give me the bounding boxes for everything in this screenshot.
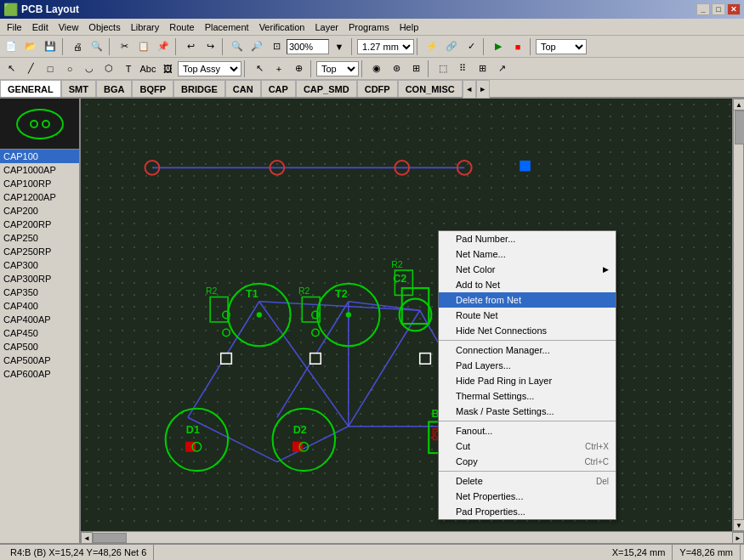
circle-btn[interactable]: ○: [60, 59, 79, 78]
print-btn[interactable]: 🖨: [68, 37, 87, 56]
comp-item-cap500[interactable]: CAP500: [0, 340, 79, 354]
ctx-item-pad-number---[interactable]: Pad Number...: [439, 231, 616, 246]
arc-btn[interactable]: ◡: [80, 59, 99, 78]
new-btn[interactable]: 📄: [2, 37, 20, 56]
zoom-in-btn[interactable]: 🔍: [228, 37, 247, 56]
comp-tab-smt[interactable]: SMT: [61, 80, 96, 97]
ctx-item-hide-net-connections[interactable]: Hide Net Connections: [439, 323, 616, 338]
comp-misc-btn[interactable]: ⊞: [473, 59, 491, 78]
cut-btn[interactable]: ✂: [115, 37, 133, 56]
scroll-track-h[interactable]: [93, 532, 732, 543]
zoom-dropdown[interactable]: ▼: [330, 37, 349, 56]
menu-item-verification[interactable]: Verification: [254, 20, 310, 34]
comp-item-cap350[interactable]: CAP350: [0, 286, 79, 299]
scroll-right-btn[interactable]: ►: [732, 532, 744, 544]
ctx-item-net-name---[interactable]: Net Name...: [439, 246, 616, 262]
pad-btn[interactable]: ⊕: [289, 59, 308, 78]
comp-item-cap300[interactable]: CAP300: [0, 258, 79, 272]
text-btn[interactable]: T: [119, 59, 138, 78]
scroll-thumb-h[interactable]: [93, 533, 127, 543]
poly-btn[interactable]: ⬡: [99, 59, 118, 78]
place-btn[interactable]: +: [270, 59, 288, 78]
comp-tab-cap_smd[interactable]: CAP_SMD: [296, 80, 357, 97]
ctx-item-pad-layers---[interactable]: Pad Layers...: [439, 358, 616, 373]
comp-tab-bqfp[interactable]: BQFP: [132, 80, 173, 97]
comp-item-cap100rp[interactable]: CAP100RP: [0, 177, 79, 190]
stop-btn[interactable]: ■: [508, 37, 527, 56]
zoom-fit-btn[interactable]: ⊡: [267, 37, 286, 56]
menu-item-layer[interactable]: Layer: [310, 20, 344, 34]
scroll-down-btn[interactable]: ▼: [733, 519, 744, 531]
menu-item-view[interactable]: View: [54, 20, 84, 34]
vertical-scrollbar[interactable]: ▲ ▼: [732, 99, 744, 531]
menu-item-edit[interactable]: Edit: [27, 20, 54, 34]
grid-select[interactable]: 1.27 mm: [357, 39, 414, 54]
layer-vis-btn[interactable]: ◉: [367, 59, 386, 78]
search-btn[interactable]: 🔍: [88, 37, 106, 56]
tab-scroll-left[interactable]: ◄: [463, 80, 476, 99]
maximize-button[interactable]: □: [712, 3, 725, 15]
layer-select-top[interactable]: Top: [536, 39, 587, 54]
ctx-item-delete[interactable]: DeleteDel: [439, 473, 616, 489]
net-btn[interactable]: 🔗: [442, 37, 461, 56]
comp-tab-general[interactable]: GENERAL: [0, 80, 61, 97]
img-btn[interactable]: 🖼: [158, 59, 177, 78]
redo-btn[interactable]: ↪: [201, 37, 219, 56]
layer-cfg-btn[interactable]: ⊞: [406, 59, 425, 78]
comp-tab-bridge[interactable]: BRIDGE: [173, 80, 225, 97]
run-btn[interactable]: ▶: [489, 37, 508, 56]
comp-item-cap300rp[interactable]: CAP300RP: [0, 272, 79, 286]
menu-item-placement[interactable]: Placement: [200, 20, 254, 34]
abc-btn[interactable]: Abc: [139, 59, 157, 78]
rect-btn[interactable]: □: [41, 59, 60, 78]
ctx-item-cut[interactable]: CutCtrl+X: [439, 438, 616, 454]
ctx-item-thermal-settings---[interactable]: Thermal Settings...: [439, 388, 616, 404]
close-button[interactable]: ✕: [727, 3, 741, 15]
comp-item-cap250[interactable]: CAP250: [0, 231, 79, 245]
comp-item-cap250rp[interactable]: CAP250RP: [0, 245, 79, 258]
comp-item-cap500ap[interactable]: CAP500AP: [0, 354, 79, 367]
zoom-out-btn[interactable]: 🔎: [247, 37, 266, 56]
ctx-item-mask---paste-settings---[interactable]: Mask / Paste Settings...: [439, 404, 616, 419]
route-btn[interactable]: ⚡: [423, 37, 441, 56]
ctx-item-hide-pad-ring-in-layer[interactable]: Hide Pad Ring in Layer: [439, 373, 616, 388]
ctx-item-delete-from-net[interactable]: Delete from Net: [439, 292, 616, 308]
pcb-canvas[interactable]: T1 T2 C2 C1 R2: [81, 99, 732, 531]
menu-item-help[interactable]: Help: [395, 20, 424, 34]
comp-place-btn[interactable]: ⬚: [434, 59, 452, 78]
scroll-thumb-v[interactable]: [735, 110, 744, 144]
comp-export-btn[interactable]: ↗: [492, 59, 511, 78]
copy-btn[interactable]: 📋: [134, 37, 153, 56]
comp-item-cap450[interactable]: CAP450: [0, 326, 79, 340]
comp-tab-cdfp[interactable]: CDFP: [357, 80, 398, 97]
open-btn[interactable]: 📂: [21, 37, 40, 56]
select-btn[interactable]: ↖: [2, 59, 20, 78]
cursor-btn[interactable]: ↖: [250, 59, 269, 78]
comp-item-cap600ap[interactable]: CAP600AP: [0, 367, 79, 381]
comp-item-cap1200ap[interactable]: CAP1200AP: [0, 190, 79, 204]
scroll-left-btn[interactable]: ◄: [81, 532, 93, 544]
ctx-item-fanout---[interactable]: Fanout...: [439, 423, 616, 438]
zoom-input[interactable]: 300%: [287, 39, 329, 54]
comp-tab-con_misc[interactable]: CON_MISC: [398, 80, 463, 97]
layer-select2[interactable]: Top: [316, 61, 359, 76]
comp-item-cap400[interactable]: CAP400: [0, 299, 79, 313]
ctx-item-net-properties---[interactable]: Net Properties...: [439, 489, 616, 504]
ctx-item-connection-manager---[interactable]: Connection Manager...: [439, 342, 616, 358]
comp-arr-btn[interactable]: ⠿: [453, 59, 472, 78]
menu-item-library[interactable]: Library: [126, 20, 165, 34]
comp-item-cap200rp[interactable]: CAP200RP: [0, 218, 79, 231]
comp-item-cap400ap[interactable]: CAP400AP: [0, 313, 79, 326]
ctx-item-net-color[interactable]: Net Color: [439, 262, 616, 277]
ctx-item-route-net[interactable]: Route Net: [439, 308, 616, 323]
scroll-track-v[interactable]: [733, 110, 744, 519]
menu-item-route[interactable]: Route: [164, 20, 199, 34]
scroll-up-btn[interactable]: ▲: [733, 99, 744, 110]
comp-item-cap200[interactable]: CAP200: [0, 204, 79, 218]
save-btn[interactable]: 💾: [41, 37, 60, 56]
paste-btn[interactable]: 📌: [154, 37, 173, 56]
comp-tab-bga[interactable]: BGA: [96, 80, 132, 97]
ctx-item-copy[interactable]: CopyCtrl+C: [439, 454, 616, 469]
undo-btn[interactable]: ↩: [181, 37, 200, 56]
menu-item-file[interactable]: File: [2, 20, 27, 34]
